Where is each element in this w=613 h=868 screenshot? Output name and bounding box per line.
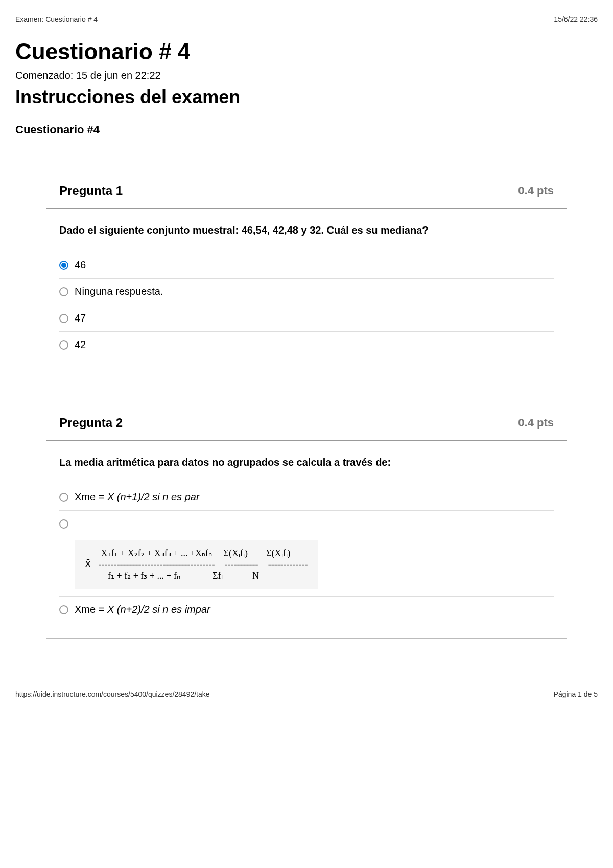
started-text: Comenzado: 15 de jun en 22:22 <box>15 70 598 81</box>
option-label: 42 <box>75 339 554 351</box>
question-prompt: Dado el siguiente conjunto muestral: 46,… <box>59 224 554 236</box>
radio-icon[interactable] <box>59 287 68 296</box>
radio-icon[interactable] <box>59 519 68 529</box>
doc-timestamp: 15/6/22 22:36 <box>554 15 598 24</box>
question-title: Pregunta 1 <box>59 184 123 198</box>
answer-option[interactable]: Xme = X (n+1)/2 si n es par <box>59 484 554 510</box>
radio-icon[interactable] <box>59 314 68 323</box>
radio-icon[interactable] <box>59 340 68 350</box>
footer-url: https://uide.instructure.com/courses/540… <box>15 690 210 698</box>
radio-icon[interactable] <box>59 493 68 502</box>
divider <box>15 147 598 147</box>
quiz-title: Cuestionario # 4 <box>15 39 598 64</box>
instructions-heading: Instrucciones del examen <box>15 86 598 108</box>
option-label: 46 <box>75 259 554 271</box>
question-header: Pregunta 1 0.4 pts <box>46 173 567 209</box>
answer-option[interactable]: Xme = X (n+2)/2 si n es impar <box>59 596 554 623</box>
question-card: Pregunta 2 0.4 pts La media aritmética p… <box>46 405 567 639</box>
answer-option[interactable]: 47 <box>59 305 554 331</box>
quiz-subheading: Cuestionario #4 <box>15 123 598 136</box>
radio-icon[interactable] <box>59 261 68 270</box>
option-label: Xme = X (n+1)/2 si n es par <box>75 491 554 503</box>
answer-option[interactable]: X₁f₁ + X₂f₂ + X₃f₃ + ... +Xₙfₙ Σ(Xᵢfᵢ) Σ… <box>59 510 554 596</box>
answer-option[interactable]: 42 <box>59 331 554 358</box>
question-title: Pregunta 2 <box>59 416 123 430</box>
option-label: Xme = X (n+2)/2 si n es impar <box>75 604 554 615</box>
option-label: Ninguna respuesta. <box>75 286 554 298</box>
formula-block: X₁f₁ + X₂f₂ + X₃f₃ + ... +Xₙfₙ Σ(Xᵢfᵢ) Σ… <box>75 540 318 589</box>
question-card: Pregunta 1 0.4 pts Dado el siguiente con… <box>46 173 567 374</box>
option-label: 47 <box>75 312 554 324</box>
answer-option[interactable]: Ninguna respuesta. <box>59 278 554 305</box>
footer-page: Página 1 de 5 <box>554 690 598 698</box>
doc-title: Examen: Cuestionario # 4 <box>15 15 98 24</box>
question-header: Pregunta 2 0.4 pts <box>46 405 567 441</box>
question-points: 0.4 pts <box>518 184 554 197</box>
radio-icon[interactable] <box>59 605 68 614</box>
question-prompt: La media aritmética para datos no agrupa… <box>59 456 554 468</box>
answer-option[interactable]: 46 <box>59 252 554 278</box>
question-points: 0.4 pts <box>518 416 554 429</box>
